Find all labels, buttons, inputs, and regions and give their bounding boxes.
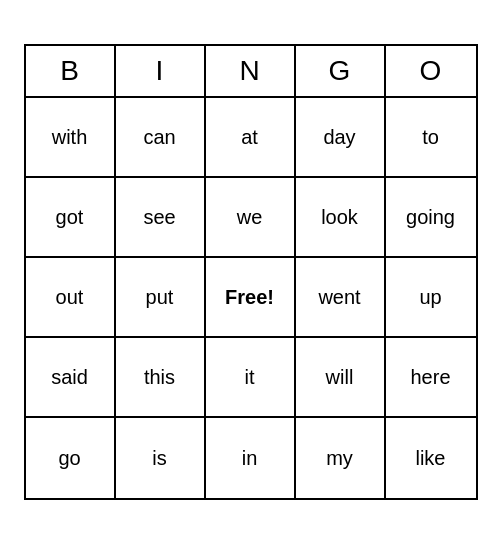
grid-cell-4-1: is — [116, 418, 206, 498]
grid-cell-4-0: go — [26, 418, 116, 498]
grid-cell-4-4: like — [386, 418, 476, 498]
grid-cell-4-3: my — [296, 418, 386, 498]
grid-cell-2-2: Free! — [206, 258, 296, 338]
grid-cell-0-3: day — [296, 98, 386, 178]
header-cell-i: I — [116, 46, 206, 96]
grid-cell-0-0: with — [26, 98, 116, 178]
grid-row-2: outputFree!wentup — [26, 258, 476, 338]
grid-cell-0-2: at — [206, 98, 296, 178]
header-cell-g: G — [296, 46, 386, 96]
grid-cell-1-1: see — [116, 178, 206, 258]
grid-cell-2-0: out — [26, 258, 116, 338]
grid-row-3: saidthisitwillhere — [26, 338, 476, 418]
grid-row-0: withcanatdayto — [26, 98, 476, 178]
grid-cell-0-4: to — [386, 98, 476, 178]
grid-row-1: gotseewelookgoing — [26, 178, 476, 258]
header-cell-n: N — [206, 46, 296, 96]
grid-cell-3-3: will — [296, 338, 386, 418]
grid-cell-3-0: said — [26, 338, 116, 418]
bingo-header: BINGO — [26, 46, 476, 96]
grid-cell-2-4: up — [386, 258, 476, 338]
grid-cell-2-1: put — [116, 258, 206, 338]
grid-cell-3-1: this — [116, 338, 206, 418]
bingo-card: BINGO withcanatdaytogotseewelookgoingout… — [24, 44, 478, 500]
grid-cell-3-2: it — [206, 338, 296, 418]
grid-cell-0-1: can — [116, 98, 206, 178]
grid-cell-3-4: here — [386, 338, 476, 418]
grid-cell-1-3: look — [296, 178, 386, 258]
grid-cell-1-4: going — [386, 178, 476, 258]
header-cell-b: B — [26, 46, 116, 96]
grid-cell-1-0: got — [26, 178, 116, 258]
grid-cell-2-3: went — [296, 258, 386, 338]
bingo-grid: withcanatdaytogotseewelookgoingoutputFre… — [26, 96, 476, 498]
grid-cell-1-2: we — [206, 178, 296, 258]
grid-cell-4-2: in — [206, 418, 296, 498]
header-cell-o: O — [386, 46, 476, 96]
grid-row-4: goisinmylike — [26, 418, 476, 498]
